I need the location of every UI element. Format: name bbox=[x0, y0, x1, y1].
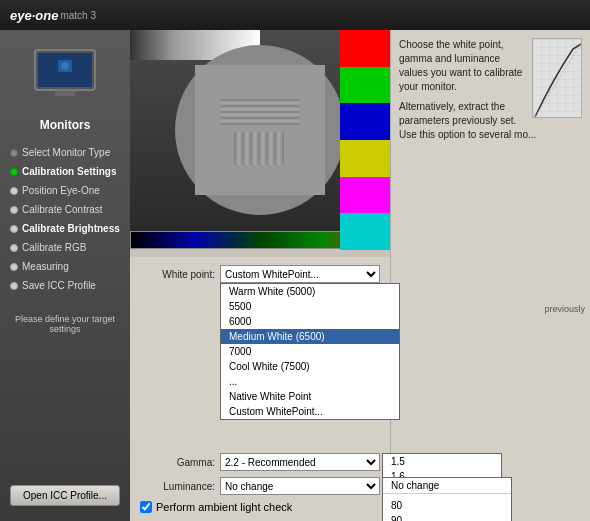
ambient-label: Perform ambient light check bbox=[156, 501, 292, 513]
nav-dot-green bbox=[10, 168, 18, 176]
white-point-label: White point: bbox=[140, 269, 220, 280]
color-bar-green bbox=[340, 67, 390, 104]
sidebar-item-measuring[interactable]: Measuring bbox=[5, 258, 125, 275]
monitor-icon bbox=[25, 40, 105, 110]
nav-dot-light bbox=[10, 263, 18, 271]
luminance-item-90[interactable]: 90 bbox=[383, 513, 511, 521]
test-pattern-svg bbox=[200, 70, 320, 190]
logo: eye·one bbox=[10, 8, 58, 23]
nav-dot-light bbox=[10, 225, 18, 233]
white-point-select[interactable]: Custom WhitePoint... bbox=[220, 265, 380, 283]
white-point-row: White point: Custom WhitePoint... Warm W… bbox=[140, 265, 380, 283]
svg-rect-2 bbox=[55, 91, 75, 96]
sidebar-item-calibrate-brightness[interactable]: Calibrate Brightness bbox=[5, 220, 125, 237]
right-panel: Choose the white point, gamma and lumina… bbox=[390, 30, 590, 521]
gamma-label: Gamma: bbox=[140, 457, 220, 468]
gamma-item-15[interactable]: 1.5 bbox=[383, 454, 501, 469]
settings-area: White point: Custom WhitePoint... Warm W… bbox=[130, 257, 390, 521]
sidebar-item-calibrate-contrast[interactable]: Calibrate Contrast bbox=[5, 201, 125, 218]
svg-point-5 bbox=[61, 62, 69, 70]
nav-dot bbox=[10, 149, 18, 157]
dropdown-item-medium-white[interactable]: Medium White (6500) bbox=[221, 329, 399, 344]
color-bar-yellow bbox=[340, 140, 390, 177]
dropdown-item-cool-white[interactable]: Cool White (7500) bbox=[221, 359, 399, 374]
sidebar-item-select-monitor-type[interactable]: Select Monitor Type bbox=[5, 144, 125, 161]
sidebar-item-calibration-settings[interactable]: Calibration Settings bbox=[5, 163, 125, 180]
dropdown-item-native-white[interactable]: Native White Point bbox=[221, 389, 399, 404]
dropdown-item-5500[interactable]: 5500 bbox=[221, 299, 399, 314]
open-icc-button[interactable]: Open ICC Profile... bbox=[10, 485, 120, 506]
dropdown-item-dots[interactable]: ... bbox=[221, 374, 399, 389]
dropdown-item-warm-white[interactable]: Warm White (5000) bbox=[221, 284, 399, 299]
sidebar-title: Monitors bbox=[40, 118, 91, 132]
sidebar-item-calibrate-rgb[interactable]: Calibrate RGB bbox=[5, 239, 125, 256]
nav-dot-light bbox=[10, 282, 18, 290]
top-right-graph bbox=[532, 38, 582, 118]
color-bar-magenta bbox=[340, 177, 390, 214]
color-bar-cyan bbox=[340, 213, 390, 250]
graph-svg bbox=[533, 39, 583, 119]
dropdown-item-6000[interactable]: 6000 bbox=[221, 314, 399, 329]
luminance-item-80[interactable]: 80 bbox=[383, 498, 511, 513]
svg-rect-6 bbox=[200, 70, 320, 190]
gamma-select[interactable]: 2.2 - Recommended bbox=[220, 453, 380, 471]
circle-frame bbox=[175, 45, 345, 215]
target-settings-text: Please define your target settings bbox=[0, 306, 130, 342]
dropdown-item-7000[interactable]: 7000 bbox=[221, 344, 399, 359]
color-bar-red bbox=[340, 30, 390, 67]
inner-square bbox=[195, 65, 325, 195]
color-bars bbox=[340, 30, 390, 250]
sidebar-nav: Select Monitor Type Calibration Settings… bbox=[0, 144, 130, 296]
gamma-row: Gamma: 2.2 - Recommended 1.5 1.6 1.7 1.8… bbox=[140, 453, 380, 471]
preview-area bbox=[130, 30, 390, 231]
header: eye·one match 3 bbox=[0, 0, 590, 30]
sidebar-item-position-eye-one[interactable]: Position Eye-One bbox=[5, 182, 125, 199]
luminance-row: Luminance: No change No change 80 90 100… bbox=[140, 477, 380, 495]
svg-rect-3 bbox=[48, 96, 82, 99]
white-point-dropdown: Warm White (5000) 5500 6000 Medium White… bbox=[220, 283, 400, 420]
nav-dot-light bbox=[10, 187, 18, 195]
sidebar: Monitors Select Monitor Type Calibration… bbox=[0, 30, 130, 521]
dropdown-item-custom-white[interactable]: Custom WhitePoint... bbox=[221, 404, 399, 419]
nav-dot-light bbox=[10, 244, 18, 252]
color-bar-blue bbox=[340, 103, 390, 140]
nav-dot-light bbox=[10, 206, 18, 214]
center-content: White point: Custom WhitePoint... Warm W… bbox=[130, 30, 390, 521]
luminance-dropdown: No change 80 90 100 - CRT recommendation… bbox=[382, 477, 512, 521]
previously-text: previously bbox=[544, 304, 585, 314]
logo-sub: match 3 bbox=[60, 10, 96, 21]
luminance-label: Luminance: bbox=[140, 481, 220, 492]
ambient-checkbox[interactable] bbox=[140, 501, 152, 513]
luminance-select[interactable]: No change bbox=[220, 477, 380, 495]
ambient-row: Perform ambient light check bbox=[140, 501, 380, 513]
luminance-item-no-change[interactable]: No change bbox=[383, 478, 511, 493]
sidebar-item-save-icc-profile[interactable]: Save ICC Profile bbox=[5, 277, 125, 294]
